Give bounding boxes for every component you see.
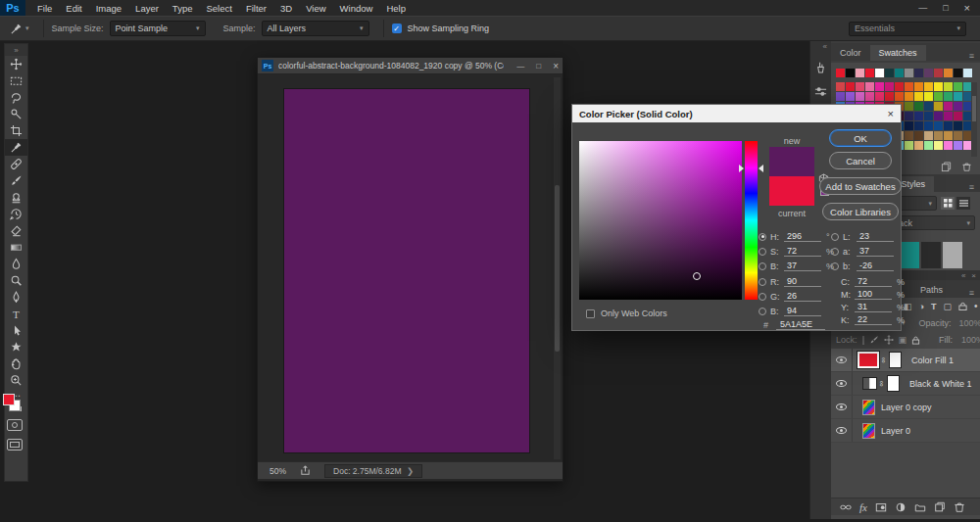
lock-position-icon[interactable] [884,335,894,345]
menu-item-help[interactable]: Help [386,3,406,14]
swatch[interactable] [914,82,923,91]
close-panel-icon[interactable]: × [971,271,976,280]
swatch[interactable] [895,69,904,77]
style-chip[interactable] [943,242,962,268]
swatch[interactable] [905,121,913,130]
adjustment-icon[interactable] [895,501,906,513]
lock-all-icon[interactable] [911,336,920,345]
healing-brush-tool[interactable] [5,156,27,172]
swatch[interactable] [885,69,894,77]
cancel-button[interactable]: Cancel [829,152,892,169]
swatch[interactable] [924,92,933,101]
menu-item-layer[interactable]: Layer [135,3,159,14]
swatch[interactable] [924,131,933,140]
field-input[interactable]: 37 [784,261,821,271]
fill-value[interactable]: 100% [961,335,980,345]
filter-shape-icon[interactable]: ▢ [943,302,952,311]
foreground-color-swatch[interactable] [3,394,15,405]
grid-view-icon[interactable] [941,197,955,210]
swatch[interactable] [875,92,884,101]
minimize-icon[interactable]: — [918,3,927,13]
layer-visibility-toggle[interactable] [831,419,853,442]
swatch[interactable] [934,69,943,77]
swatch[interactable] [924,141,933,150]
swatch[interactable] [914,69,923,77]
filter-pixel-icon[interactable]: ◧ [904,302,912,311]
group-icon[interactable] [914,501,926,513]
color-field-cursor[interactable] [693,272,701,280]
zoom-tool[interactable] [5,372,27,389]
field-input[interactable]: 23 [857,231,894,242]
new-swatch-icon[interactable] [941,162,952,172]
collapse-dock-icon[interactable]: « [810,41,831,51]
sample-size-dropdown[interactable]: Point Sample ▾ [110,21,206,36]
gradient-tool[interactable] [5,239,27,256]
swatch[interactable] [934,141,943,150]
swatch[interactable] [905,92,913,101]
swatch[interactable] [954,102,962,111]
eyedropper-tool[interactable] [5,139,27,156]
blur-tool[interactable] [5,256,27,272]
hue-slider-right-arrow[interactable] [759,165,763,172]
layer-name[interactable]: Layer 0 copy [881,403,932,412]
link-icon[interactable] [840,501,852,513]
swatch[interactable] [905,112,913,120]
crop-tool[interactable] [5,122,27,139]
close-icon[interactable]: × [964,2,970,14]
layer-visibility-toggle[interactable] [831,349,853,371]
adjustment-layer-icon[interactable] [862,377,877,390]
layer-mask-icon[interactable] [875,501,887,513]
layer-row[interactable]: ∞Color Fill 1 [831,349,980,372]
swatch[interactable] [944,121,953,130]
list-view-icon[interactable] [956,197,970,210]
swatch[interactable] [885,82,894,91]
layer-thumbnail[interactable] [862,423,875,439]
pen-tool[interactable] [5,289,27,306]
saturation-brightness-field[interactable] [579,141,742,300]
maximize-icon[interactable]: □ [943,3,948,13]
swatch[interactable] [895,92,904,101]
tab-color[interactable]: Color [831,45,870,61]
export-icon[interactable] [300,465,311,476]
style-chip[interactable] [921,242,941,268]
swatch[interactable] [836,69,845,77]
swatch[interactable] [924,69,933,77]
quick-mask-icon[interactable] [7,419,23,431]
screen-mode-icon[interactable] [7,439,23,451]
menu-item-filter[interactable]: Filter [246,3,267,14]
radio-button[interactable] [831,233,839,241]
swatch[interactable] [865,69,874,77]
swatch[interactable] [924,82,933,91]
field-input[interactable]: 26 [784,291,821,302]
opacity-value[interactable]: 100% [959,318,980,328]
path-selection-tool[interactable] [5,322,27,339]
tool-presets-panel-icon[interactable] [814,85,827,98]
tool-panel-header[interactable]: » [5,44,27,56]
tool-preset-button[interactable]: ▾ [4,23,35,35]
swatch[interactable] [954,92,962,101]
show-sampling-ring-checkbox[interactable]: ✓ [392,24,402,33]
swatches-scrollbar[interactable] [971,82,977,157]
hand-tool[interactable] [5,356,27,372]
swatch[interactable] [914,92,923,101]
radio-button[interactable] [759,278,766,286]
brush-tool[interactable] [5,172,27,189]
field-input[interactable]: 296 [784,231,821,242]
swatch[interactable] [934,112,943,120]
swatch[interactable] [924,112,933,120]
move-tool[interactable] [5,56,27,72]
swatch[interactable] [914,121,923,130]
swatch[interactable] [865,82,874,91]
menu-item-select[interactable]: Select [206,3,231,14]
swatch[interactable] [934,102,943,111]
swatch[interactable] [944,112,953,120]
swatch[interactable] [914,141,923,150]
field-input[interactable]: 72 [855,276,892,287]
swatch[interactable] [944,102,953,111]
layer-thumbnail[interactable] [862,400,875,415]
swatch[interactable] [944,69,953,77]
lasso-tool[interactable] [5,89,27,106]
lock-paint-icon[interactable] [869,335,879,345]
dialog-close-icon[interactable]: × [888,108,894,119]
fx-icon[interactable]: fx [859,501,867,513]
